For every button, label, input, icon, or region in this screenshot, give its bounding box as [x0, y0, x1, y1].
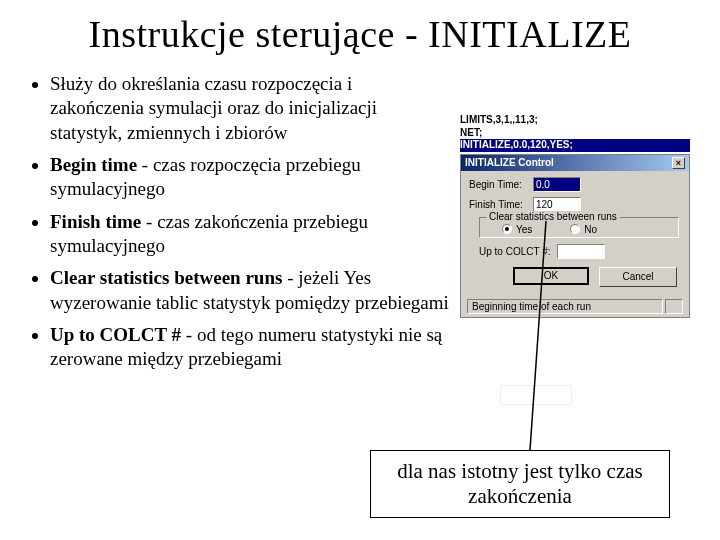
group-label: Clear statistics between runs: [486, 211, 620, 222]
radio-icon: [502, 224, 512, 234]
list-item: Służy do określania czasu rozpoczęcia i …: [50, 72, 450, 145]
list-item: Finish time - czas zakończenia przebiegu…: [50, 210, 450, 259]
code-line: LIMITS,3,1,,11,3;: [460, 114, 690, 127]
code-line: NET;: [460, 127, 690, 140]
status-text: Beginning time of each run: [467, 299, 663, 314]
list-item: Begin time - czas rozpoczęcia przebiegu …: [50, 153, 450, 202]
begin-time-label: Begin Time:: [469, 179, 533, 190]
status-bar: Beginning time of each run: [467, 299, 683, 317]
radio-icon: [570, 224, 580, 234]
cancel-button[interactable]: Cancel: [599, 267, 677, 287]
finish-time-label: Finish Time:: [469, 199, 533, 210]
placeholder-box: [500, 385, 572, 405]
radio-no[interactable]: No: [570, 224, 597, 235]
dialog-titlebar: INITIALIZE Control ×: [461, 155, 689, 171]
begin-time-field[interactable]: 0.0: [533, 177, 581, 192]
callout-text: dla nas istotny jest tylko czas zakończe…: [371, 459, 669, 509]
code-lines: LIMITS,3,1,,11,3; NET; INITIALIZE,0.0,12…: [460, 114, 690, 152]
list-item: Up to COLCT # - od tego numeru statystyk…: [50, 323, 450, 372]
bullet-list: Służy do określania czasu rozpoczęcia i …: [30, 72, 450, 379]
clear-stats-group: Clear statistics between runs Yes No: [479, 217, 679, 238]
page-title: Instrukcje sterujące - INITIALIZE: [30, 12, 690, 56]
dialog-title-text: INITIALIZE Control: [465, 157, 554, 168]
ok-button[interactable]: OK: [513, 267, 589, 285]
code-line-highlight: INITIALIZE,0.0,120,YES;: [460, 139, 690, 152]
callout-box: dla nas istotny jest tylko czas zakończe…: [370, 450, 670, 518]
upto-field[interactable]: [557, 244, 605, 259]
list-item: Clear statistics between runs - jeżeli Y…: [50, 266, 450, 315]
radio-yes[interactable]: Yes: [502, 224, 532, 235]
radio-no-label: No: [584, 224, 597, 235]
close-icon[interactable]: ×: [672, 157, 685, 169]
upto-label: Up to COLCT #:: [479, 246, 551, 257]
initialize-dialog: INITIALIZE Control × Begin Time: 0.0 Fin…: [460, 154, 690, 318]
radio-yes-label: Yes: [516, 224, 532, 235]
finish-time-field[interactable]: 120: [533, 197, 581, 212]
